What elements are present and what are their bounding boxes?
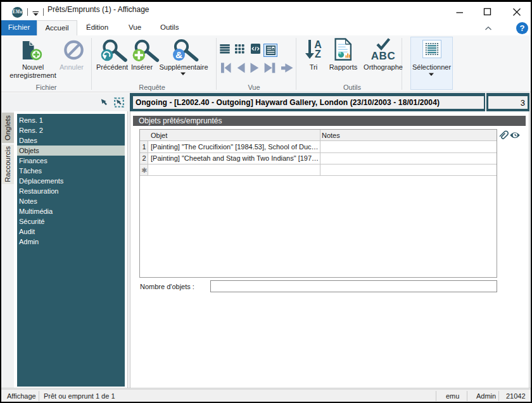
svg-text:Z: Z [315,49,321,59]
svg-text:&: & [175,49,182,60]
svg-text:ABC: ABC [371,50,395,62]
